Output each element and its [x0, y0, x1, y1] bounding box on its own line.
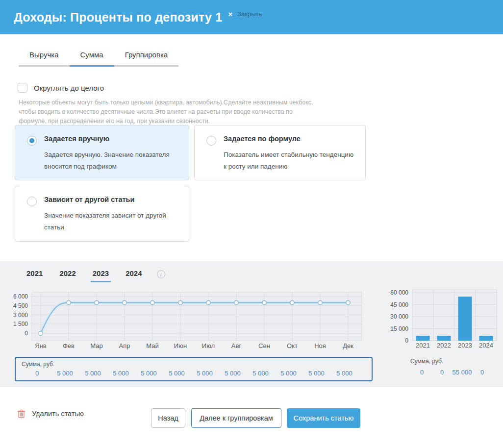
- year-totals-box: Сумма, руб. 0055 0000: [404, 358, 498, 376]
- month-value-4[interactable]: 5 000: [135, 370, 163, 377]
- svg-text:2024: 2024: [479, 342, 493, 349]
- mode-card-description: Значение показателя зависит от другой ст…: [44, 210, 179, 233]
- svg-text:3 000: 3 000: [13, 312, 28, 319]
- rounding-row: Округлять до целого: [18, 83, 104, 93]
- mode-card-title: Зависит от другой статьи: [44, 196, 179, 203]
- month-value-5[interactable]: 5 000: [163, 370, 191, 377]
- year-tab-2022[interactable]: 2022: [57, 269, 77, 282]
- year-totals-row: 0055 0000: [404, 369, 498, 376]
- trash-icon: [17, 409, 25, 418]
- year-tab-2021[interactable]: 2021: [25, 269, 45, 282]
- svg-text:60 000: 60 000: [390, 289, 408, 296]
- year-total-0: 0: [412, 369, 432, 376]
- svg-text:Апр: Апр: [119, 342, 130, 349]
- close-button[interactable]: Закрыть: [237, 10, 262, 18]
- save-article-button[interactable]: Сохранить статью: [287, 408, 360, 428]
- svg-text:0: 0: [25, 330, 28, 337]
- page-title: Доходы: Проценты по депозиту 1: [14, 10, 222, 25]
- month-value-8[interactable]: 5 000: [247, 370, 275, 377]
- svg-text:15 000: 15 000: [390, 325, 408, 332]
- month-value-3[interactable]: 5 000: [107, 370, 135, 377]
- mode-card-body: Зависит от другой статьиЗначение показат…: [44, 196, 179, 233]
- mode-card-2[interactable]: Зависит от другой статьиЗначение показат…: [15, 186, 189, 241]
- value-mode-cards: Задается вручнуюЗадается вручную. Значен…: [15, 125, 366, 242]
- month-value-2[interactable]: 5 000: [79, 370, 107, 377]
- month-values-box: Сумма, руб. 05 0005 0005 0005 0005 0005 …: [15, 357, 373, 381]
- svg-text:Окт: Окт: [287, 342, 298, 349]
- mode-card-description: Показатель имеет стабильную тенденцию к …: [224, 149, 355, 172]
- chart-section: 2021202220232024 i 01 5003 0004 5006 000…: [0, 261, 503, 387]
- svg-text:2023: 2023: [458, 342, 472, 349]
- mode-card-description: Задается вручную. Значение показателя вн…: [44, 149, 179, 172]
- article-editor-screen: Доходы: Проценты по депозиту 1 × Закрыть…: [0, 0, 503, 448]
- year-total-3: 0: [472, 369, 492, 376]
- month-values-row: 05 0005 0005 0005 0005 0005 0005 0005 00…: [22, 370, 372, 377]
- month-value-1[interactable]: 5 000: [51, 370, 79, 377]
- mode-card-body: Задается вручнуюЗадается вручную. Значен…: [44, 135, 179, 172]
- year-total-2: 55 000: [452, 369, 472, 376]
- svg-text:Июл: Июл: [202, 342, 215, 349]
- mode-card-0[interactable]: Задается вручнуюЗадается вручную. Значен…: [15, 125, 189, 180]
- month-value-11[interactable]: 5 000: [330, 370, 358, 377]
- delete-article-label: Удалить статью: [32, 410, 84, 418]
- svg-text:Мар: Мар: [90, 342, 102, 349]
- svg-text:4 500: 4 500: [13, 302, 28, 309]
- svg-text:30 000: 30 000: [390, 313, 408, 320]
- back-button[interactable]: Назад: [151, 408, 185, 428]
- year-totals-label: Сумма, руб.: [404, 358, 498, 365]
- svg-text:Янв: Янв: [35, 342, 47, 349]
- svg-text:45 000: 45 000: [390, 301, 408, 308]
- month-value-10[interactable]: 5 000: [302, 370, 330, 377]
- svg-text:6 000: 6 000: [13, 293, 28, 300]
- close-icon[interactable]: ×: [228, 10, 232, 18]
- year-tabs: 2021202220232024: [25, 269, 157, 282]
- svg-text:Дек: Дек: [343, 342, 353, 349]
- svg-text:Июн: Июн: [174, 342, 187, 349]
- next-to-groupings-button[interactable]: Далее к группировкам: [191, 408, 281, 428]
- year-tabs-row: 2021202220232024 i: [25, 269, 165, 282]
- month-values-label: Сумма, руб.: [22, 361, 372, 368]
- tab-1[interactable]: Сумма: [70, 50, 114, 67]
- svg-text:Фев: Фев: [63, 342, 75, 349]
- header: Доходы: Проценты по депозиту 1 × Закрыть: [0, 0, 503, 34]
- svg-text:Ноя: Ноя: [314, 342, 326, 349]
- year-total-1: 0: [432, 369, 452, 376]
- radio-icon[interactable]: [27, 136, 37, 146]
- footer: Удалить статью Назад Далее к группировка…: [0, 387, 503, 448]
- monthly-line-chart: 01 5003 0004 5006 000ЯнвФевМарАпрМайИюнИ…: [5, 288, 368, 354]
- month-value-7[interactable]: 5 000: [219, 370, 247, 377]
- mode-card-title: Задается вручную: [44, 135, 179, 143]
- month-value-0[interactable]: 0: [23, 370, 51, 377]
- svg-text:2021: 2021: [416, 342, 430, 349]
- radio-icon[interactable]: [206, 136, 216, 146]
- mode-card-body: Задается по формулеПоказатель имеет стаб…: [224, 135, 355, 172]
- svg-text:0: 0: [405, 337, 408, 344]
- mode-card-1[interactable]: Задается по формулеПоказатель имеет стаб…: [194, 125, 366, 180]
- svg-text:Май: Май: [146, 342, 158, 349]
- tab-2[interactable]: Группировка: [114, 50, 178, 67]
- svg-text:Авг: Авг: [231, 342, 242, 349]
- mode-card-title: Задается по формуле: [224, 135, 355, 143]
- delete-article-button[interactable]: Удалить статью: [17, 409, 84, 418]
- month-value-9[interactable]: 5 000: [275, 370, 302, 377]
- round-checkbox-label: Округлять до целого: [34, 84, 104, 92]
- month-value-6[interactable]: 5 000: [191, 370, 219, 377]
- year-tab-2024[interactable]: 2024: [124, 269, 144, 282]
- info-icon[interactable]: i: [157, 270, 165, 278]
- svg-text:Сен: Сен: [258, 342, 270, 349]
- section-tabs: ВыручкаСуммаГруппировка: [19, 50, 178, 67]
- round-checkbox[interactable]: [18, 83, 27, 93]
- tab-0[interactable]: Выручка: [19, 50, 70, 67]
- yearly-bar-chart: 015 00030 00045 00060 000202120222023202…: [386, 287, 502, 352]
- svg-text:2022: 2022: [437, 342, 451, 349]
- radio-icon[interactable]: [27, 197, 37, 206]
- year-tab-2023[interactable]: 2023: [91, 269, 111, 282]
- svg-text:1 500: 1 500: [13, 321, 28, 327]
- rounding-description: Некоторые объекты могут быть только целы…: [19, 98, 315, 125]
